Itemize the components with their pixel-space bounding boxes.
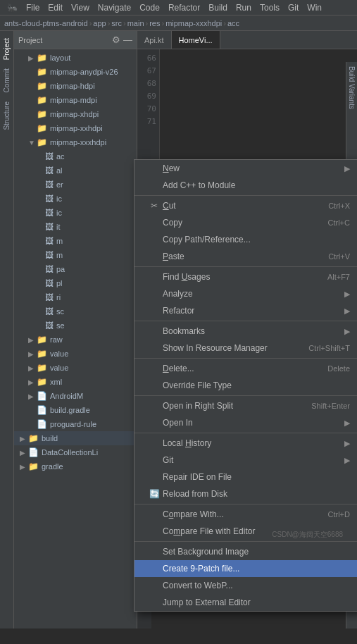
tree-item-buildgradle[interactable]: 📄build.gradle <box>14 403 137 417</box>
sidebar-item-structure[interactable]: Structure <box>1 97 12 135</box>
menu-edit[interactable]: Edit <box>44 1 67 14</box>
image-icon: 🖼 <box>45 321 54 330</box>
tab-homeview[interactable]: HomeVi... <box>172 31 220 49</box>
tree-item-it[interactable]: 🖼it <box>14 220 137 234</box>
ctx-item-git[interactable]: Git ▶ <box>134 452 357 469</box>
menu-git[interactable]: Git <box>284 1 303 14</box>
tree-label: mipmap-xhdpi <box>50 110 99 118</box>
menu-logo[interactable]: 🐜 <box>3 1 22 14</box>
breadcrumb-sep: › <box>161 19 164 27</box>
ctx-item-localhistory[interactable]: Local History ▶ <box>134 435 357 452</box>
folder-icon: 📁 <box>37 81 47 91</box>
build-variants-label[interactable]: Build Variants <box>346 62 357 113</box>
tree-item-android[interactable]: ▶📄AndroidM <box>14 389 137 403</box>
ctx-item-setbg[interactable]: Set Background Image <box>134 543 357 560</box>
tree-item-pl[interactable]: 🖼pl <box>14 276 137 290</box>
tree-item-build[interactable]: ▶📁build <box>14 431 137 445</box>
ctx-item-jumpexternal[interactable]: Jump to External Editor <box>134 594 357 611</box>
tree-item-mdpi[interactable]: 📁mipmap-mdpi <box>14 93 137 107</box>
tree-item-layout[interactable]: ▶📁layout <box>14 51 137 65</box>
breadcrumb-part-2[interactable]: src <box>111 19 122 27</box>
tree-item-value1[interactable]: ▶📁value <box>14 347 137 361</box>
tree-label: DataCollectionLi <box>42 448 98 457</box>
menu-view[interactable]: View <box>67 1 94 14</box>
tree-item-ac[interactable]: 🖼ac <box>14 149 137 163</box>
ctx-item-openrightsplit[interactable]: Open in Right Split Shift+Enter <box>134 397 357 414</box>
breadcrumb-part-6[interactable]: acc <box>227 19 239 27</box>
menu-run[interactable]: Run <box>232 1 256 14</box>
panel-icon-cog[interactable]: ⚙ <box>112 35 120 45</box>
line-num-69: 69 <box>139 90 156 103</box>
ctx-item-9patch[interactable]: Create 9-Patch file... <box>134 560 357 577</box>
sidebar-item-commit[interactable]: Commit <box>1 64 12 97</box>
tree-arrow: ▶ <box>28 364 37 372</box>
ctx-item-copypath[interactable]: Copy Path/Reference... <box>134 231 357 248</box>
ctx-item-delete[interactable]: Delete... Delete <box>134 360 357 377</box>
ctx-item-overridetype[interactable]: Override File Type <box>134 377 357 394</box>
menu-build[interactable]: Build <box>204 1 232 14</box>
tree-item-ic2[interactable]: 🖼ic <box>14 206 137 220</box>
tree-item-se[interactable]: 🖼se <box>14 318 137 333</box>
ctx-item-reloaddisk[interactable]: 🔄 Reload from Disk <box>134 485 357 502</box>
ctx-label-openrightsplit: Open in Right Split <box>163 401 306 411</box>
tree-item-sc[interactable]: 🖼sc <box>14 304 137 318</box>
left-sidebar: Project Commit Structure <box>0 31 14 628</box>
tree-item-pa[interactable]: 🖼pa <box>14 262 137 276</box>
folder-icon: 📁 <box>37 123 47 133</box>
tree-item-xml[interactable]: ▶📁xml <box>14 375 137 389</box>
tree-arrow: ▶ <box>20 463 28 471</box>
menu-tools[interactable]: Tools <box>256 1 284 14</box>
tree-item-ri[interactable]: 🖼ri <box>14 290 137 304</box>
tree-item-al[interactable]: 🖼al <box>14 163 137 178</box>
tab-api[interactable]: Api.kt <box>137 31 172 49</box>
ctx-item-findusages[interactable]: Find Usages Alt+F7 <box>134 268 357 285</box>
ctx-item-addcpp[interactable]: Add C++ to Module <box>134 177 357 194</box>
tree-item-anydpi[interactable]: 📁mipmap-anydpi-v26 <box>14 65 137 79</box>
breadcrumb-part-3[interactable]: main <box>127 19 144 27</box>
menu-refactor[interactable]: Refactor <box>164 1 204 14</box>
ctx-item-convertwebp[interactable]: Convert to WebP... <box>134 577 357 594</box>
ctx-item-paste[interactable]: Paste Ctrl+V <box>134 248 357 265</box>
tree-item-xxhdpi[interactable]: 📁mipmap-xxhdpi <box>14 121 137 135</box>
menu-navigate[interactable]: Navigate <box>94 1 135 14</box>
sidebar-item-project[interactable]: Project <box>1 34 12 64</box>
ctx-item-openin[interactable]: Open In ▶ <box>134 414 357 431</box>
tree-item-hdpi[interactable]: 📁mipmap-hdpi <box>14 79 137 93</box>
tree-item-m2[interactable]: 🖼m <box>14 248 137 262</box>
menu-win[interactable]: Win <box>303 1 326 14</box>
ctx-label-setbg: Set Background Image <box>163 547 350 557</box>
ctx-item-cut[interactable]: ✂ Cut Ctrl+X <box>134 197 357 214</box>
tree-item-xxxhdpi[interactable]: ▼📁mipmap-xxxhdpi <box>14 135 137 149</box>
tree-item-m1[interactable]: 🖼m <box>14 234 137 248</box>
tree-item-value2[interactable]: ▶📁value <box>14 361 137 375</box>
tree-item-er[interactable]: 🖼er <box>14 178 137 192</box>
menu-file[interactable]: File <box>22 1 44 14</box>
ctx-item-analyze[interactable]: Analyze ▶ <box>134 285 357 302</box>
ctx-item-showresource[interactable]: Show In Resource Manager Ctrl+Shift+T <box>134 340 357 357</box>
tree-item-xhdpi[interactable]: 📁mipmap-xhdpi <box>14 107 137 121</box>
tree-item-datacollection[interactable]: ▶📄DataCollectionLi <box>14 445 137 459</box>
ctx-label-git: Git <box>163 455 344 465</box>
tree-label: raw <box>50 335 63 344</box>
ctx-item-refactor[interactable]: Refactor ▶ <box>134 302 357 319</box>
tree-item-gradle[interactable]: ▶📁gradle <box>14 459 137 473</box>
ctx-item-repairide[interactable]: Repair IDE on File <box>134 469 357 485</box>
ctx-item-bookmarks[interactable]: Bookmarks ▶ <box>134 323 357 340</box>
breadcrumb-part-5[interactable]: mipmap-xxxhdpi <box>165 19 222 27</box>
menu-code[interactable]: Code <box>135 1 164 14</box>
breadcrumb-part-1[interactable]: app <box>93 19 106 27</box>
breadcrumb-part-4[interactable]: res <box>149 19 160 27</box>
tree-item-proguard[interactable]: 📄proguard-rule <box>14 417 137 431</box>
tree-item-raw[interactable]: ▶📁raw <box>14 333 137 347</box>
tree-item-ic1[interactable]: 🖼ic <box>14 192 137 206</box>
ctx-item-copy[interactable]: Copy Ctrl+C <box>134 214 357 231</box>
ctx-item-comparewith[interactable]: Compare With... Ctrl+D <box>134 506 357 523</box>
image-icon: 🖼 <box>45 236 54 246</box>
ctx-item-new[interactable]: New ▶ <box>134 160 357 177</box>
submenu-arrow: ▶ <box>344 327 350 336</box>
ctx-shortcut-openrightsplit: Shift+Enter <box>311 402 350 410</box>
breadcrumb-part-0[interactable]: ants-cloud-ptms-android <box>4 19 88 27</box>
tree-arrow: ▶ <box>28 392 37 400</box>
panel-icon-minimize[interactable]: — <box>123 35 132 45</box>
ctx-shortcut-delete: Delete <box>327 364 350 373</box>
